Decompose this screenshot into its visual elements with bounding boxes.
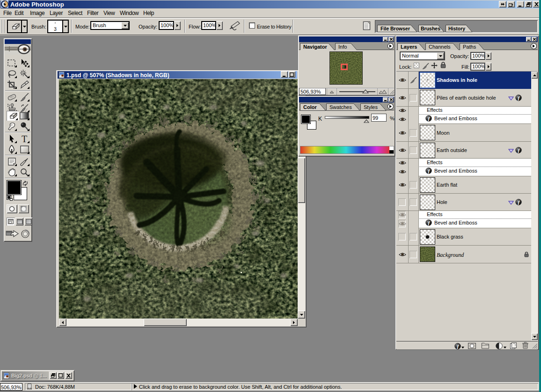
svg-text:Styles: Styles [364,104,378,110]
svg-text:Layers: Layers [401,44,417,50]
svg-text:File Browser: File Browser [380,26,410,31]
svg-text:Navigator: Navigator [303,44,327,50]
svg-text:Channels: Channels [429,44,451,50]
svg-text:Paths: Paths [463,44,476,50]
svg-text:Swatches: Swatches [329,104,352,110]
svg-text:Info: Info [338,44,347,50]
svg-text:T: T [22,135,27,143]
svg-text:Brushes: Brushes [421,26,440,31]
svg-text:Color: Color [303,104,317,110]
svg-text:History: History [448,26,465,31]
